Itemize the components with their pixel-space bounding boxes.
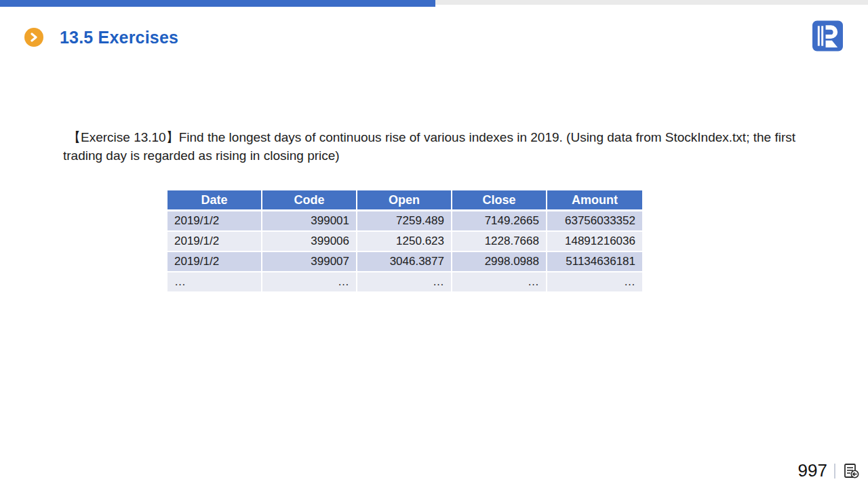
slide: 13.5 Exercises 【Exercise 13.10】Find the …: [0, 0, 868, 488]
table-row-ellipsis: … … … … …: [167, 272, 642, 293]
cell-date: 2019/1/2: [167, 252, 262, 272]
cell-close: 1228.7668: [452, 232, 547, 252]
column-header-amount: Amount: [547, 190, 642, 211]
table-row: 2019/1/2 399001 7259.489 7149.2665 63756…: [167, 211, 642, 232]
exercise-text: 【Exercise 13.10】Find the longest days of…: [63, 128, 836, 165]
page-number: 997: [798, 460, 827, 481]
column-header-date: Date: [167, 190, 262, 211]
cell-date: 2019/1/2: [167, 232, 262, 252]
cell-amount: 63756033352: [547, 211, 642, 232]
column-header-close: Close: [452, 190, 547, 211]
top-accent-bar-gray: [435, 0, 868, 5]
page-title: 13.5 Exercises: [60, 28, 178, 47]
table-row: 2019/1/2 399007 3046.3877 2998.0988 5113…: [167, 252, 642, 272]
column-header-code: Code: [262, 190, 357, 211]
cell-amount: 14891216036: [547, 232, 642, 252]
top-accent-bar-blue: [0, 0, 435, 7]
stock-index-table: Date Code Open Close Amount 2019/1/2 399…: [167, 190, 642, 293]
footer-divider: [834, 464, 835, 479]
cell-code: 399007: [262, 252, 357, 272]
cell-open: …: [357, 272, 452, 293]
cell-amount: …: [547, 272, 642, 293]
cell-open: 3046.3877: [357, 252, 452, 272]
chevron-right-circle-icon: [24, 28, 43, 47]
cell-amount: 51134636181: [547, 252, 642, 272]
cell-code: 399006: [262, 232, 357, 252]
cell-code: …: [262, 272, 357, 293]
table-header-row: Date Code Open Close Amount: [167, 190, 642, 211]
cell-close: 2998.0988: [452, 252, 547, 272]
column-header-open: Open: [357, 190, 452, 211]
cell-date: 2019/1/2: [167, 211, 262, 232]
cell-close: …: [452, 272, 547, 293]
cell-open: 1250.623: [357, 232, 452, 252]
table-row: 2019/1/2 399006 1250.623 1228.7668 14891…: [167, 232, 642, 252]
cell-code: 399001: [262, 211, 357, 232]
cell-open: 7259.489: [357, 211, 452, 232]
cell-close: 7149.2665: [452, 211, 547, 232]
cell-date: …: [167, 272, 262, 293]
return-to-contents-icon[interactable]: [842, 462, 860, 480]
footer: 997: [798, 460, 860, 481]
r-book-logo-icon: [812, 20, 843, 52]
